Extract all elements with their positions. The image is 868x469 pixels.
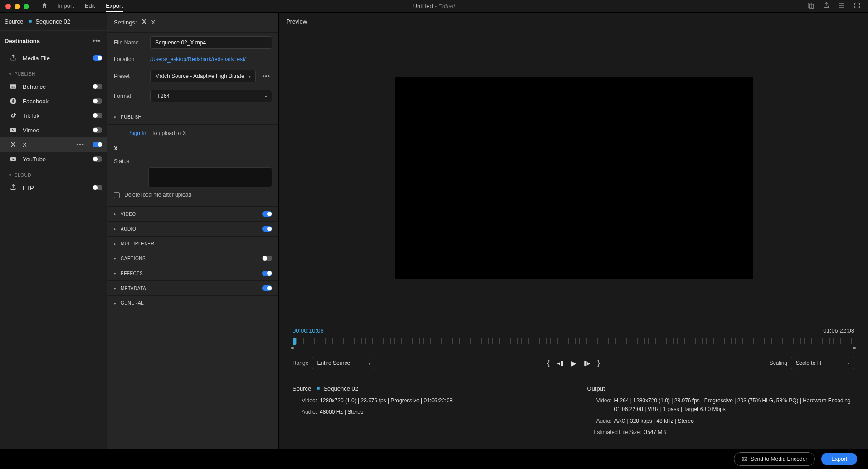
chevron-down-icon: ▾ <box>265 94 267 99</box>
accordion-general[interactable]: ▸ GENERAL <box>107 295 278 310</box>
format-select[interactable]: H.264▾ <box>150 90 272 102</box>
delete-local-checkbox[interactable] <box>114 192 120 198</box>
preview-panel: Preview 00:00:10:08 01:06:22:08 Range En… <box>279 13 868 449</box>
status-label: Status <box>114 158 146 164</box>
step-forward-icon[interactable]: ▮▸ <box>584 359 590 367</box>
dest-ftp[interactable]: FTP <box>0 180 107 195</box>
publish-section-header[interactable]: ▾ PUBLISH <box>107 110 278 125</box>
accordion-captions[interactable]: ▸ CAPTIONS <box>107 251 278 266</box>
close-icon[interactable] <box>5 4 11 9</box>
step-back-icon[interactable]: ◂▮ <box>557 359 564 367</box>
dest-x-more-icon[interactable]: ••• <box>76 141 84 148</box>
audio-toggle[interactable] <box>262 226 272 232</box>
vimeo-toggle[interactable] <box>93 127 102 133</box>
preview-header: Preview <box>279 13 868 30</box>
accordion-metadata[interactable]: ▸ METADATA <box>107 280 278 295</box>
tab-import[interactable]: Import <box>57 0 74 12</box>
chevron-down-icon: ▾ <box>847 361 849 366</box>
scaling-select[interactable]: Scale to fit▾ <box>791 357 854 369</box>
dest-vimeo[interactable]: V Vimeo <box>0 123 107 137</box>
mark-in-icon[interactable]: { <box>547 359 550 367</box>
dest-x[interactable]: X ••• <box>0 137 107 152</box>
video-toggle[interactable] <box>262 211 272 217</box>
source-name: Sequence 02 <box>35 18 70 25</box>
delete-local-label: Delete local file after upload <box>124 192 191 198</box>
sequence-icon: ≡ <box>317 385 320 392</box>
preset-select[interactable]: Match Source - Adaptive High Bitrate▾ <box>150 70 256 82</box>
dest-tiktok[interactable]: TikTok <box>0 108 107 123</box>
maximize-icon[interactable] <box>24 4 29 9</box>
accordion-multiplexer[interactable]: ▸ MULTIPLEXER <box>107 236 278 251</box>
out-point-handle[interactable] <box>853 347 856 349</box>
workspace-icon[interactable] <box>807 2 814 10</box>
filename-label: File Name <box>114 39 146 46</box>
preset-more-icon[interactable]: ••• <box>260 73 272 80</box>
mark-out-icon[interactable]: } <box>598 359 600 367</box>
footer: Send to Media Encoder Export <box>0 449 868 469</box>
ftp-icon <box>9 184 17 191</box>
media-file-label: Media File <box>23 55 87 62</box>
dest-facebook[interactable]: Facebook <box>0 94 107 108</box>
home-icon[interactable] <box>41 2 48 10</box>
minimize-icon[interactable] <box>15 4 20 9</box>
format-label: Format <box>114 93 146 99</box>
tab-edit[interactable]: Edit <box>85 0 95 12</box>
accordion-effects[interactable]: ▸ EFFECTS <box>107 266 278 280</box>
dest-behance[interactable]: Bē Behance <box>0 79 107 94</box>
tiktok-icon <box>9 112 17 119</box>
chevron-right-icon: ▸ <box>114 286 116 290</box>
signin-link[interactable]: Sign In <box>129 130 146 136</box>
destinations-sidebar: Source: ≡ Sequence 02 Destinations ••• M… <box>0 13 107 449</box>
facebook-icon <box>9 97 17 105</box>
metadata-toggle[interactable] <box>262 285 272 291</box>
destinations-more-icon[interactable]: ••• <box>91 37 102 44</box>
edited-indicator: - Edited <box>434 3 455 10</box>
tab-export[interactable]: Export <box>106 0 123 12</box>
chevron-right-icon: ▸ <box>114 301 116 305</box>
playhead[interactable] <box>293 338 296 345</box>
share-icon[interactable] <box>823 2 830 10</box>
timeline[interactable] <box>293 338 854 348</box>
ftp-toggle[interactable] <box>93 185 102 190</box>
export-button[interactable]: Export <box>821 453 857 465</box>
x-toggle[interactable] <box>93 142 102 147</box>
chevron-right-icon: ▸ <box>114 212 116 216</box>
current-timecode[interactable]: 00:00:10:08 <box>293 327 324 334</box>
duration-timecode: 01:06:22:08 <box>823 327 854 334</box>
chevron-down-icon[interactable]: ▾ <box>9 72 12 77</box>
settings-label: Settings: <box>114 19 137 26</box>
dest-media-file[interactable]: Media File <box>0 51 107 65</box>
behance-toggle[interactable] <box>93 84 102 89</box>
captions-toggle[interactable] <box>262 256 272 261</box>
tiktok-toggle[interactable] <box>93 113 102 118</box>
behance-icon: Bē <box>9 83 17 90</box>
dest-youtube[interactable]: YouTube <box>0 152 107 166</box>
filename-input[interactable] <box>150 36 272 49</box>
video-container <box>279 30 868 325</box>
x-icon <box>9 141 17 148</box>
source-row: Source: ≡ Sequence 02 <box>0 13 107 31</box>
media-file-toggle[interactable] <box>93 55 102 61</box>
service-name: X <box>114 138 272 155</box>
play-icon[interactable]: ▶ <box>571 359 576 367</box>
signin-suffix: to upload to X <box>152 130 186 136</box>
effects-toggle[interactable] <box>262 271 272 276</box>
facebook-toggle[interactable] <box>93 98 102 104</box>
location-link[interactable]: /Users/_esktop/Redshark/redshark test/ <box>150 56 246 63</box>
chevron-right-icon: ▸ <box>114 227 116 231</box>
youtube-icon <box>9 155 17 163</box>
youtube-toggle[interactable] <box>93 156 102 162</box>
accordion-video[interactable]: ▸ VIDEO <box>107 206 278 221</box>
video-preview[interactable] <box>395 77 753 278</box>
in-point-handle[interactable] <box>291 347 294 349</box>
send-to-encoder-button[interactable]: Send to Media Encoder <box>734 452 815 466</box>
range-select[interactable]: Entire Source▾ <box>312 357 375 369</box>
fullscreen-icon[interactable] <box>853 2 861 10</box>
vimeo-icon: V <box>9 126 17 134</box>
accordion-audio[interactable]: ▸ AUDIO <box>107 221 278 236</box>
scaling-label: Scaling <box>770 360 787 366</box>
location-label: Location <box>114 56 146 63</box>
menu-icon[interactable] <box>838 2 845 10</box>
chevron-down-icon[interactable]: ▾ <box>9 173 12 178</box>
media-file-icon <box>9 54 17 62</box>
